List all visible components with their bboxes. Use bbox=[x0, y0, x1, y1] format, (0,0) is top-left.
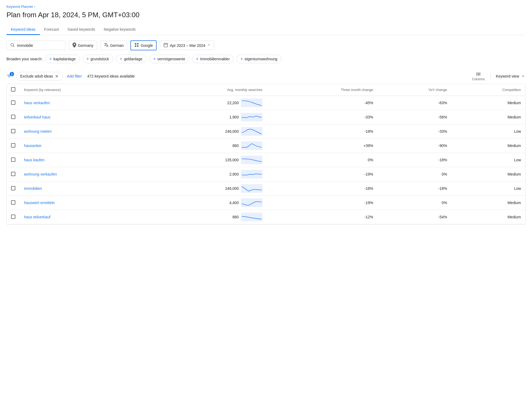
sparkline-chart bbox=[241, 156, 262, 164]
row-checkbox-cell bbox=[7, 110, 20, 124]
filter-button[interactable]: 1 bbox=[6, 74, 12, 79]
broaden-chip-label-1: grundstück bbox=[91, 57, 109, 61]
tab-negative-keywords[interactable]: Negative keywords bbox=[99, 24, 140, 35]
avg-monthly-cell: 246,000 bbox=[143, 181, 267, 196]
table-row: wohnung mieten246,000-18%-33%Low bbox=[7, 124, 525, 139]
broaden-chip-label-0: kapitalanlage bbox=[53, 57, 76, 61]
header-three-month[interactable]: Three month change bbox=[267, 84, 378, 96]
filter-badge: 1 bbox=[10, 72, 14, 76]
keyword-cell[interactable]: wohnung verkaufen bbox=[20, 167, 143, 181]
breadcrumb-link[interactable]: Keyword Planner › bbox=[6, 5, 35, 9]
row-checkbox[interactable] bbox=[11, 143, 15, 148]
table-row: hausanker880+39%-90%Medium bbox=[7, 139, 525, 153]
search-input[interactable] bbox=[17, 43, 60, 48]
yoy-cell: -56% bbox=[378, 110, 451, 124]
date-filter[interactable]: Apr 2023 – Mar 2024 bbox=[160, 41, 214, 50]
language-filter[interactable]: German bbox=[100, 41, 127, 50]
row-checkbox[interactable] bbox=[11, 115, 15, 119]
keyword-cell[interactable]: teilverkauf haus bbox=[20, 110, 143, 124]
table-header-row: Keyword (by relevance) Avg. monthly sear… bbox=[7, 84, 525, 96]
keyword-cell[interactable]: haus kaufen bbox=[20, 153, 143, 167]
row-checkbox-cell bbox=[7, 96, 20, 110]
yoy-cell: 0% bbox=[378, 167, 451, 181]
broaden-chip-5[interactable]: + eigentumswohnung bbox=[236, 55, 281, 63]
three-month-cell: -18% bbox=[267, 181, 378, 196]
page-title: Plan from Apr 18, 2024, 5 PM, GMT+03:00 bbox=[6, 11, 526, 19]
exclude-chip[interactable]: Exclude adult ideas ✕ bbox=[16, 72, 63, 81]
language-icon bbox=[104, 43, 109, 48]
row-checkbox[interactable] bbox=[11, 129, 15, 133]
avg-monthly-value: 880 bbox=[233, 215, 239, 219]
keyword-cell[interactable]: haus verkaufen bbox=[20, 96, 143, 110]
keyword-table: Keyword (by relevance) Avg. monthly sear… bbox=[7, 84, 525, 224]
tab-keyword-ideas[interactable]: Keyword ideas bbox=[6, 24, 40, 35]
row-checkbox[interactable] bbox=[11, 172, 15, 176]
row-checkbox[interactable] bbox=[11, 186, 15, 190]
tab-forecast[interactable]: Forecast bbox=[40, 24, 63, 35]
exclude-close-icon[interactable]: ✕ bbox=[55, 74, 58, 79]
broaden-chip-label-4: Immobilienmakler bbox=[200, 57, 230, 61]
competition-cell: Medium bbox=[451, 96, 525, 110]
row-checkbox[interactable] bbox=[11, 215, 15, 219]
broaden-chip-0[interactable]: + kapitalanlage bbox=[45, 55, 80, 63]
keyword-cell[interactable]: immobilien bbox=[20, 181, 143, 196]
yoy-cell: -18% bbox=[378, 181, 451, 196]
row-checkbox[interactable] bbox=[11, 158, 15, 162]
row-checkbox[interactable] bbox=[11, 100, 15, 105]
keyword-cell[interactable]: hauswert ermitteln bbox=[20, 196, 143, 210]
table-container: Keyword (by relevance) Avg. monthly sear… bbox=[6, 84, 526, 225]
keyword-cell[interactable]: hausanker bbox=[20, 139, 143, 153]
sparkline-chart bbox=[241, 184, 262, 193]
network-filter[interactable]: Google bbox=[130, 40, 157, 50]
date-range-label: Apr 2023 – Mar 2024 bbox=[170, 43, 205, 48]
broaden-chip-4[interactable]: + Immobilienmakler bbox=[192, 55, 234, 63]
exclude-label: Exclude adult ideas bbox=[20, 74, 53, 78]
toolbar-right: Columns Keyword view bbox=[472, 71, 526, 81]
columns-label: Columns bbox=[472, 77, 485, 81]
table-row: haus teilverkauf880-12%-54%Medium bbox=[7, 210, 525, 224]
view-dropdown[interactable]: Keyword view bbox=[496, 74, 526, 79]
tabs-bar: Keyword ideas Forecast Saved keywords Ne… bbox=[6, 24, 526, 35]
header-checkbox[interactable] bbox=[11, 87, 15, 92]
tab-saved-keywords[interactable]: Saved keywords bbox=[63, 24, 99, 35]
columns-button[interactable]: Columns bbox=[472, 71, 485, 81]
svg-rect-10 bbox=[241, 99, 262, 107]
broaden-label: Broaden your search: bbox=[6, 57, 43, 61]
avg-monthly-value: 135,000 bbox=[225, 158, 239, 162]
header-yoy[interactable]: YoY change bbox=[378, 84, 451, 96]
broaden-chip-1[interactable]: + grundstück bbox=[82, 55, 113, 63]
row-checkbox[interactable] bbox=[11, 200, 15, 205]
plus-icon-5: + bbox=[240, 57, 243, 61]
yoy-cell: -33% bbox=[378, 124, 451, 139]
location-filter[interactable]: Germany bbox=[69, 41, 97, 50]
keyword-cell[interactable]: wohnung mieten bbox=[20, 124, 143, 139]
toolbar-divider bbox=[490, 72, 490, 80]
three-month-cell: -19% bbox=[267, 167, 378, 181]
sparkline-chart bbox=[241, 198, 262, 207]
three-month-cell: -12% bbox=[267, 210, 378, 224]
svg-rect-2 bbox=[135, 43, 136, 44]
sparkline-chart bbox=[241, 99, 262, 107]
svg-rect-12 bbox=[241, 127, 262, 136]
broaden-bar: Broaden your search: + kapitalanlage + g… bbox=[6, 55, 526, 63]
header-keyword[interactable]: Keyword (by relevance) bbox=[20, 84, 143, 96]
avg-monthly-cell: 22,200 bbox=[143, 96, 267, 110]
competition-cell: Low bbox=[451, 124, 525, 139]
toolbar: 1 Exclude adult ideas ✕ Add filter 472 k… bbox=[6, 69, 526, 84]
header-avg-monthly[interactable]: Avg. monthly searches bbox=[143, 84, 267, 96]
network-label: Google bbox=[141, 43, 153, 48]
broaden-chip-2[interactable]: + geldanlage bbox=[116, 55, 147, 63]
avg-monthly-cell: 880 bbox=[143, 210, 267, 224]
header-competition[interactable]: Competition bbox=[451, 84, 525, 96]
network-icon bbox=[134, 43, 139, 48]
sparkline-chart bbox=[241, 170, 262, 178]
search-box[interactable] bbox=[6, 41, 66, 50]
keyword-cell[interactable]: haus teilverkauf bbox=[20, 210, 143, 224]
avg-monthly-value: 4,400 bbox=[229, 201, 239, 205]
broaden-chip-3[interactable]: + vermögenswerte bbox=[149, 55, 189, 63]
yoy-cell: -63% bbox=[378, 96, 451, 110]
avg-monthly-cell: 880 bbox=[143, 139, 267, 153]
calendar-icon bbox=[163, 43, 168, 48]
avg-monthly-value: 246,000 bbox=[225, 129, 239, 134]
add-filter-button[interactable]: Add filter bbox=[67, 74, 82, 78]
